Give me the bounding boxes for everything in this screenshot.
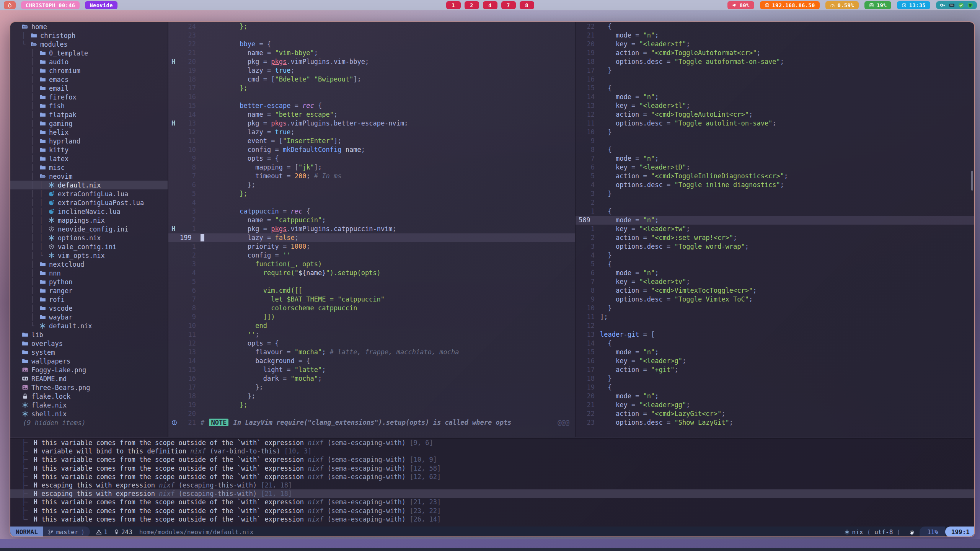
tree-item-neovim[interactable]: │neovim (10, 172, 168, 181)
tree-item-python[interactable]: │python (10, 277, 168, 286)
tree-item-gaming[interactable]: │gaming (10, 119, 168, 128)
code-line[interactable]: 19 }; (168, 401, 575, 409)
code-line[interactable]: 13leader-git = [ (576, 330, 975, 339)
code-line[interactable]: 8 mapping = ["jk"]; (168, 163, 575, 172)
tree-item-nnn[interactable]: │nnn (10, 269, 168, 277)
code-line[interactable]: 19 lazy = true; (168, 66, 575, 75)
code-line[interactable]: 20 (168, 409, 575, 418)
code-line[interactable]: 23 options.desc = "Show LazyGit"; (576, 418, 975, 427)
code-line[interactable]: 11 ''; (168, 330, 575, 339)
code-line[interactable]: 22 { (576, 22, 975, 31)
tree-item-flake.nix[interactable]: flake.nix (10, 401, 168, 409)
code-line[interactable]: 6 }; (168, 181, 575, 189)
code-line[interactable]: 7 let $BAT_THEME = "catppuccin" (168, 295, 575, 304)
code-line[interactable]: 21# NOTE In LazyVim require("clang_exten… (168, 418, 575, 427)
code-line[interactable]: 4 require("${name}").setup(opts) (168, 269, 575, 277)
tree-item-emacs[interactable]: │emacs (10, 75, 168, 84)
tree-item-ranger[interactable]: │ranger (10, 286, 168, 295)
code-line[interactable]: 199 lazy = false; (168, 233, 575, 242)
code-line[interactable]: 4 options.desc = "Toggle inline diagnost… (576, 181, 975, 189)
code-line[interactable]: 11 options.desc = "Toggle autolint-on-sa… (576, 119, 975, 128)
tree-item-overlays[interactable]: overlays (10, 339, 168, 348)
code-line[interactable]: 13 flavour = "mocha"; # latte, frappe, m… (168, 348, 575, 357)
code-line[interactable]: 10 end (168, 321, 575, 330)
diagnostic-item[interactable]: ├╴ H this variable comes from the scope … (10, 507, 975, 515)
code-line[interactable]: 15 mode = "n"; (576, 348, 975, 357)
diagnostic-item[interactable]: ├╴ H this variable comes from the scope … (10, 439, 975, 447)
code-line[interactable]: 3 function(_, opts) (168, 260, 575, 269)
code-line[interactable]: 8 { (576, 145, 975, 154)
code-line[interactable]: 9 ]]) (168, 313, 575, 321)
tree-item-hyprland[interactable]: │hyprland (10, 137, 168, 145)
code-line[interactable]: 18 cmd = ["Bdelete" "Bwipeout"]; (168, 75, 575, 84)
tree-item-latex[interactable]: │latex (10, 154, 168, 163)
tree-item-default.nix[interactable]: ││default.nix (10, 181, 168, 189)
tree-item-mappings.nix[interactable]: ││mappings.nix (10, 216, 168, 225)
tree-item-audio[interactable]: │audio (10, 57, 168, 66)
diagnostic-item[interactable]: ├╴ H escaping this with expression nixf … (10, 481, 975, 489)
code-line[interactable]: 14 background = { (168, 357, 575, 365)
tree-item-home[interactable]: home (10, 22, 168, 31)
tree-item-chromium[interactable]: │chromium (10, 66, 168, 75)
code-line[interactable]: 9 opts = { (168, 154, 575, 163)
hint-count[interactable]: 243 (114, 528, 132, 536)
code-line[interactable]: 17 action = "+git"; (576, 365, 975, 374)
spotify-tray-icon[interactable] (967, 2, 973, 8)
code-line[interactable]: 22 bbye = { (168, 40, 575, 49)
volume-pill[interactable]: 80% (727, 1, 754, 9)
tree-item-extraConfigLuaPost.lua[interactable]: ││extraConfigLuaPost.lua (10, 198, 168, 207)
code-line[interactable]: 18 }; (168, 392, 575, 401)
code-line[interactable]: 8 colorscheme catppuccin (168, 304, 575, 313)
check-tray-icon[interactable] (958, 2, 964, 8)
tree-item-extraConfigLua.lua[interactable]: ││extraConfigLua.lua (10, 189, 168, 198)
tree-item-christoph[interactable]: │christoph (10, 31, 168, 40)
code-line[interactable]: 9 options.desc = "Toggle Vimtex ToC"; (576, 295, 975, 304)
tree-item-fish[interactable]: │fish (10, 101, 168, 110)
diagnostic-item[interactable]: ├╴ H this variable comes from the scope … (10, 498, 975, 506)
code-line[interactable]: 2 (576, 198, 975, 207)
code-line[interactable]: 7 key = "<leader>tv"; (576, 277, 975, 286)
diagnostic-item[interactable]: ├╴ H this variable comes from the scope … (10, 473, 975, 481)
tree-item-firefox[interactable]: │firefox (10, 93, 168, 101)
tree-item-email[interactable]: │email (10, 84, 168, 93)
code-line[interactable]: 10 } (576, 304, 975, 313)
code-line[interactable]: 20 mode = "n"; (576, 392, 975, 401)
code-line[interactable]: 15 { (576, 84, 975, 93)
code-line[interactable]: 15 better-escape = rec { (168, 101, 575, 110)
code-line[interactable]: 5 action = "<cmd>ToggleInlineDiagnostics… (576, 172, 975, 181)
workspace-button-2[interactable]: 2 (465, 1, 479, 9)
memory-pill[interactable]: 19% (864, 1, 891, 9)
tree-item-options.nix[interactable]: ││options.nix (10, 233, 168, 242)
tree-item-Foggy-Lake.png[interactable]: Foggy-Lake.png (10, 365, 168, 374)
code-line[interactable]: 17 } (576, 66, 975, 75)
tree-item-Three-Bears.png[interactable]: Three-Bears.png (10, 383, 168, 392)
code-line[interactable]: 1 priority = 1000; (168, 242, 575, 251)
tree-item-README.md[interactable]: README.md (10, 374, 168, 383)
app-name-pill[interactable]: Neovide (85, 1, 117, 9)
code-line[interactable]: 6 vim.cmd([[ (168, 286, 575, 295)
code-line[interactable]: 12 action = "<cmd>ToggleAutoLint<cr>"; (576, 110, 975, 119)
code-line[interactable]: 23 (168, 31, 575, 40)
diagnostic-item[interactable]: └╴ H this variable comes from the scope … (10, 515, 975, 523)
code-line[interactable]: 16 (576, 75, 975, 84)
tree-item-flatpak[interactable]: │flatpak (10, 110, 168, 119)
tree-item-nextcloud[interactable]: │nextcloud (10, 260, 168, 269)
git-branch-segment[interactable]: master ) (43, 527, 90, 537)
code-line[interactable]: 2 name = "catppuccin"; (168, 216, 575, 225)
diagnostic-item[interactable]: ├╴ H this variable comes from the scope … (10, 455, 975, 464)
code-line[interactable]: 5 { (576, 260, 975, 269)
code-line[interactable]: 9 (576, 137, 975, 145)
code-line[interactable]: 10 } (576, 128, 975, 137)
diagnostic-item[interactable]: ├╴ H this variable comes from the scope … (10, 464, 975, 473)
code-line[interactable]: 3 options.desc = "Toggle word-wrap"; (576, 242, 975, 251)
code-line[interactable]: 17 }; (168, 383, 575, 392)
code-line[interactable]: 7 mode = "n"; (576, 154, 975, 163)
tree-item-wallpapers[interactable]: wallpapers (10, 357, 168, 365)
code-line[interactable]: 2 config = '' (168, 251, 575, 260)
code-line[interactable]: 5 }; (168, 189, 575, 198)
scrollbar-thumb[interactable] (971, 171, 973, 191)
code-line[interactable]: 4 } (576, 251, 975, 260)
code-line[interactable]: 18 options.desc = "Toggle autoformat-on-… (576, 57, 975, 66)
cpu-pill[interactable]: 0.59% (825, 1, 859, 9)
tree-item-kitty[interactable]: │kitty (10, 145, 168, 154)
